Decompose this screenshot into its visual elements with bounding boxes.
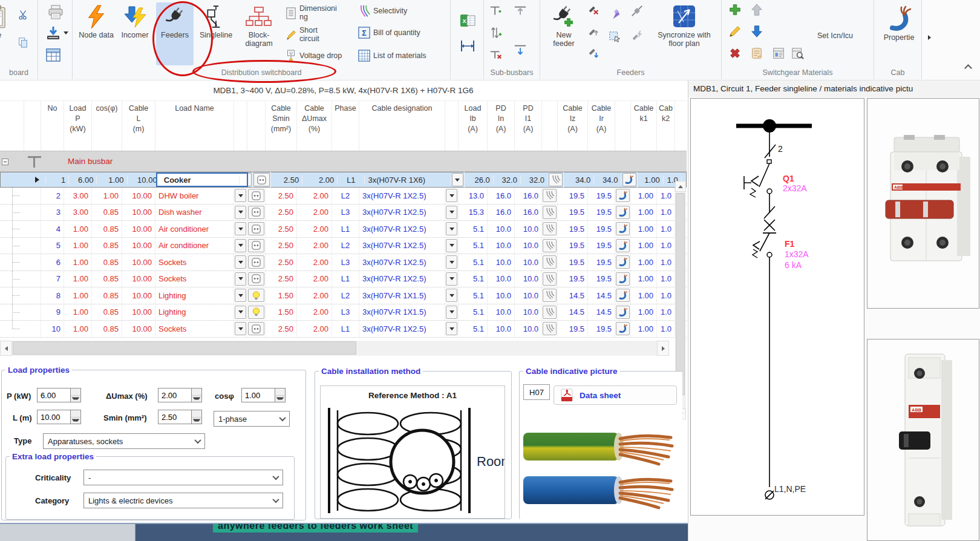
cell-desigdd[interactable] bbox=[445, 238, 459, 254]
cell-sel[interactable] bbox=[24, 321, 41, 337]
cell-inn[interactable]: 10.0 bbox=[488, 287, 515, 304]
cell-desig[interactable]: 3x(H07V-R 1X2.5) bbox=[359, 188, 445, 204]
cell-typeicon[interactable] bbox=[247, 188, 266, 204]
cable-designation-dropdown-button[interactable] bbox=[446, 272, 457, 286]
cell-namedd[interactable] bbox=[234, 304, 247, 321]
cell-smin[interactable]: 2.50 bbox=[266, 205, 297, 221]
cell-curve[interactable] bbox=[542, 304, 558, 321]
cell-ir[interactable]: 19.5 bbox=[588, 254, 615, 270]
cell-sel[interactable] bbox=[24, 271, 41, 287]
cell-dumax[interactable]: 2.00 bbox=[297, 254, 332, 270]
cell-k2[interactable]: 1.0 bbox=[657, 321, 675, 337]
load-name-dropdown-button[interactable] bbox=[235, 255, 246, 269]
cell-p[interactable]: 3.00 bbox=[64, 205, 92, 221]
cable-designation-dropdown-button[interactable] bbox=[452, 173, 463, 186]
cell-dumax[interactable]: 2.00 bbox=[297, 238, 332, 254]
cell-phase[interactable]: L3 bbox=[332, 304, 359, 321]
cable-detail-button[interactable] bbox=[616, 189, 630, 202]
column-header-k1[interactable]: Cable k1 bbox=[631, 101, 657, 151]
dumax-value[interactable]: 2.00 bbox=[158, 388, 192, 402]
cell-smin[interactable]: 2.50 bbox=[266, 254, 297, 270]
cell-ir[interactable]: 14.5 bbox=[588, 287, 615, 304]
cell-phase[interactable]: L1 bbox=[332, 321, 359, 337]
cable-detail-button[interactable] bbox=[616, 289, 630, 302]
column-header-ir[interactable]: Cable Ir (A) bbox=[588, 101, 615, 151]
cell-sel[interactable] bbox=[29, 177, 46, 183]
cell-dumax[interactable]: 2.00 bbox=[297, 205, 332, 221]
cell-desigdd[interactable] bbox=[445, 221, 459, 237]
move-feeder-subbusbar-button[interactable] bbox=[489, 25, 503, 40]
cell-p[interactable]: 6.00 bbox=[69, 175, 97, 185]
cell-desigdd[interactable] bbox=[445, 287, 459, 304]
cell-no[interactable]: 10 bbox=[41, 321, 64, 337]
grid-row-8[interactable]: 81.000.8510.00Lighting1.502.00L23x(H07V-… bbox=[0, 287, 687, 304]
cell-cos[interactable]: 0.85 bbox=[92, 205, 122, 221]
cell-iz[interactable]: 19.5 bbox=[558, 321, 588, 337]
material-down-button[interactable] bbox=[750, 24, 764, 39]
cell-ir[interactable]: 19.5 bbox=[588, 321, 615, 337]
cell-ib[interactable]: 13.0 bbox=[459, 188, 488, 204]
cell-name[interactable]: Air conditioner bbox=[155, 238, 234, 254]
trip-curve-button[interactable] bbox=[543, 206, 557, 219]
cell-ir[interactable]: 14.5 bbox=[588, 304, 615, 321]
cell-desigdd[interactable] bbox=[445, 271, 459, 287]
cell-name[interactable]: Lighting bbox=[155, 304, 234, 321]
material-notes-button[interactable] bbox=[750, 46, 764, 61]
cable-designation-dropdown-button[interactable] bbox=[446, 322, 457, 335]
cable-properties-button[interactable]: Propertie bbox=[879, 2, 919, 42]
cell-l[interactable]: 10.00 bbox=[122, 271, 155, 287]
cell-sel[interactable] bbox=[24, 205, 41, 221]
subbusbar-down-button[interactable] bbox=[513, 42, 528, 57]
cell-name[interactable]: Cooker bbox=[161, 175, 240, 185]
cell-sel[interactable] bbox=[24, 254, 41, 270]
cell-iz[interactable]: 34.0 bbox=[564, 175, 594, 185]
load-name-dropdown-button[interactable] bbox=[235, 239, 246, 252]
scroll-up-button[interactable] bbox=[675, 181, 686, 192]
delete-feeder-button[interactable] bbox=[586, 2, 601, 17]
cell-p[interactable]: 1.00 bbox=[64, 254, 92, 270]
cell-ib[interactable]: 5.1 bbox=[459, 271, 488, 287]
column-header-dumax[interactable]: Cable ΔUmax (%) bbox=[297, 101, 332, 151]
p-up-button[interactable] bbox=[71, 389, 80, 396]
cell-curve[interactable] bbox=[542, 271, 558, 287]
cell-cos[interactable]: 0.85 bbox=[92, 238, 122, 254]
cable-designation-dropdown-button[interactable] bbox=[446, 306, 457, 319]
cell-typeicon[interactable] bbox=[247, 287, 266, 304]
criticality-select[interactable]: - bbox=[83, 470, 283, 485]
cell-name[interactable]: Lighting bbox=[155, 287, 234, 304]
expand-panel-button[interactable] bbox=[928, 35, 931, 40]
load-type-socket-button[interactable] bbox=[248, 206, 264, 219]
load-name-dropdown-button[interactable] bbox=[235, 289, 246, 302]
feeders-button[interactable]: Feeders bbox=[156, 2, 194, 65]
copy-button[interactable] bbox=[16, 35, 30, 50]
cell-i1[interactable]: 32.0 bbox=[521, 175, 548, 185]
load-type-socket-button[interactable] bbox=[248, 322, 264, 335]
cell-ir[interactable]: 19.5 bbox=[588, 205, 615, 221]
selectivity-button[interactable]: Selectivity bbox=[358, 5, 407, 17]
grid-row-4[interactable]: 41.000.8510.00Air conditioner2.502.00L13… bbox=[0, 221, 687, 238]
table-view-button[interactable] bbox=[44, 46, 62, 64]
cell-namedd[interactable] bbox=[234, 238, 247, 254]
cell-cableicon[interactable] bbox=[615, 254, 631, 270]
cell-k1[interactable]: 1.00 bbox=[631, 188, 657, 204]
cell-desigdd[interactable] bbox=[445, 304, 459, 321]
column-header-i1[interactable]: PD I1 (A) bbox=[515, 101, 542, 151]
block-diagram-button[interactable]: Block-diagram bbox=[238, 2, 279, 48]
cell-name[interactable]: Sockets bbox=[155, 254, 234, 270]
cell-ib[interactable]: 5.1 bbox=[459, 254, 488, 270]
scroll-right-button[interactable] bbox=[657, 341, 669, 356]
node-data-button[interactable]: Node data bbox=[77, 2, 115, 39]
cell-ib[interactable]: 26.0 bbox=[465, 175, 494, 185]
cell-cos[interactable]: 0.85 bbox=[92, 321, 122, 337]
cell-i1[interactable]: 16.0 bbox=[515, 188, 542, 204]
cell-iz[interactable]: 14.5 bbox=[558, 287, 588, 304]
cos-up-button[interactable] bbox=[275, 389, 285, 396]
smin-value[interactable]: 2.50 bbox=[158, 410, 192, 424]
cell-k1[interactable]: 1.00 bbox=[631, 238, 657, 254]
busbar-dimension-button[interactable] bbox=[459, 38, 476, 54]
cell-desigdd[interactable] bbox=[445, 254, 459, 270]
cell-i1[interactable]: 10.0 bbox=[515, 271, 542, 287]
move-feeder-up-button[interactable] bbox=[586, 24, 601, 39]
material-card-button[interactable] bbox=[771, 46, 786, 61]
cell-inn[interactable]: 10.0 bbox=[488, 221, 515, 237]
